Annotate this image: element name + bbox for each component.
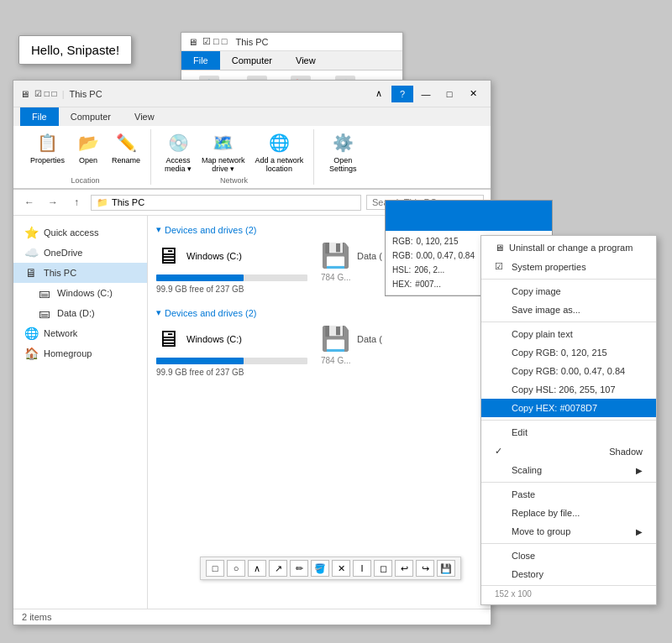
network-group-label: Network [220, 176, 248, 185]
sidebar-item-homegroup[interactable]: 🏠 Homegroup [13, 343, 147, 363]
section-2-chevron: ▾ [156, 307, 161, 318]
rgb-value: 0, 120, 215 [416, 234, 458, 248]
drive-bar-c [156, 274, 244, 281]
tool-ellipse[interactable]: ○ [227, 560, 245, 577]
rgb-float-value: 0.00, 0.47, 0.84 [416, 248, 475, 263]
sidebar-item-windows-c[interactable]: 🖴 Windows (C:) [13, 283, 147, 303]
ctx-copy-hex[interactable]: Copy HEX: #0078D7 [481, 399, 656, 417]
ribbon-tabs[interactable]: File Computer View [13, 107, 491, 126]
tool-blur[interactable]: ◻ [374, 560, 392, 577]
ghost-tab-file[interactable]: File [181, 51, 220, 70]
ribbon-map-network-drive[interactable]: 🗺️ Map networkdrive ▾ [198, 129, 249, 175]
ctx-uninstall[interactable]: 🖥 Uninstall or change a program [481, 238, 656, 257]
drive-item-windows-c[interactable]: 🖥 Windows (C:) 99.9 GB free of 237 GB [156, 242, 307, 294]
access-media-label: Accessmedia ▾ [165, 156, 192, 173]
titlebar-monitor-icon: 🖥 [20, 89, 29, 99]
rename-icon: ✏️ [114, 131, 138, 154]
ctx-system-properties[interactable]: ☑ System properties [481, 257, 656, 276]
ghost-ribbon-tabs[interactable]: File Computer View [181, 51, 402, 71]
ctx-shadow-check: ✓ [495, 446, 508, 457]
ribbon-properties[interactable]: 📋 Properties [27, 129, 68, 166]
tool-save[interactable]: 💾 [437, 560, 455, 577]
uninstall-icon: 🖥 [495, 243, 504, 253]
maximize-button[interactable]: □ [438, 86, 460, 102]
forward-button[interactable]: → [44, 193, 62, 212]
drive-item-data-d-2[interactable]: 💾 Data ( 784 G... [321, 325, 472, 377]
ctx-copy-rgb-float[interactable]: Copy RGB: 0.00, 0.47, 0.84 [481, 362, 656, 380]
hex-value: #007... [415, 277, 441, 291]
scaling-arrow-icon: ▶ [636, 466, 643, 475]
tool-arrow[interactable]: ∧ [248, 560, 266, 577]
ribbon-add-network-location[interactable]: 🌐 Add a networklocation [252, 129, 307, 175]
network-location-label: Add a networklocation [255, 156, 304, 173]
tool-cross[interactable]: ✕ [332, 560, 350, 577]
ctx-destory[interactable]: Destory [481, 565, 656, 583]
ctx-replace-by-file[interactable]: Replace by file... [481, 504, 656, 522]
ghost-tab-view[interactable]: View [284, 51, 328, 70]
ctx-destory-label: Destory [512, 569, 543, 579]
sidebar-item-network[interactable]: 🌐 Network [13, 323, 147, 343]
ribbon-open-settings[interactable]: ⚙️ OpenSettings [326, 129, 360, 175]
sidebar-item-this-pc[interactable]: 🖥 This PC [13, 263, 147, 283]
hsl-value: 206, 2... [414, 263, 444, 277]
ctx-edit[interactable]: Edit [481, 423, 656, 442]
drive-icon-data-d-2: 💾 [321, 325, 350, 353]
sidebar-item-data-d[interactable]: 🖴 Data (D:) [13, 303, 147, 323]
ctx-uninstall-label: Uninstall or change a program [509, 243, 643, 253]
ctx-paste[interactable]: Paste [481, 485, 656, 504]
ghost-titlebar: 🖥 ☑ □ □ This PC [181, 33, 402, 51]
ctx-copy-rgb[interactable]: Copy RGB: 0, 120, 215 [481, 343, 656, 362]
help-button[interactable]: ? [391, 86, 413, 102]
section-1-title: Devices and drives (2) [165, 225, 256, 235]
section-2-title: Devices and drives (2) [165, 308, 256, 318]
address-box[interactable]: 📁 This PC [91, 195, 361, 211]
ctx-move-to-group[interactable]: Move to group ▶ [481, 522, 656, 541]
ribbon-rename[interactable]: ✏️ Rename [108, 129, 144, 166]
ghost-quick-icons: ☑ □ □ [202, 36, 227, 47]
ctx-sep-1 [481, 279, 656, 280]
ghost-tab-computer[interactable]: Computer [220, 51, 284, 70]
sidebar-this-pc-label: This PC [44, 268, 76, 278]
ctx-copy-plain-text[interactable]: Copy plain text [481, 325, 656, 343]
ctx-save-image[interactable]: Save image as... [481, 301, 656, 319]
tool-redo[interactable]: ↪ [416, 560, 434, 577]
ghost-title: This PC [235, 37, 268, 47]
sidebar-item-onedrive[interactable]: ☁️ OneDrive [13, 243, 147, 263]
ctx-shadow[interactable]: ✓ Shadow [481, 442, 656, 461]
item-count: 2 items [22, 612, 51, 622]
ctx-copy-hsl-label: Copy HSL: 206, 255, 107 [512, 384, 616, 395]
ctx-copy-hsl[interactable]: Copy HSL: 206, 255, 107 [481, 380, 656, 399]
ctx-close[interactable]: Close [481, 546, 656, 565]
tool-fill[interactable]: 🪣 [311, 560, 329, 577]
open-label: Open [79, 156, 97, 165]
tool-pencil[interactable]: ✏ [290, 560, 308, 577]
minimize-button[interactable]: — [415, 86, 437, 102]
homegroup-icon: 🏠 [24, 347, 39, 360]
tool-undo[interactable]: ↩ [395, 560, 413, 577]
ctx-sep-2 [481, 322, 656, 322]
ctx-system-properties-label: System properties [512, 262, 643, 272]
rgb-label: RGB: [392, 234, 412, 248]
tool-text[interactable]: I [353, 560, 371, 577]
sidebar-item-quick-access[interactable]: ⭐ Quick access [13, 222, 147, 243]
main-window: 🖥 ☑ □ □ | This PC ∧ ? — □ ✕ File Compute… [13, 80, 491, 625]
up-button[interactable]: ↑ [67, 193, 86, 212]
tab-computer[interactable]: Computer [59, 107, 123, 126]
tab-file[interactable]: File [20, 107, 59, 126]
collapse-button[interactable]: ∧ [368, 86, 390, 102]
tab-view[interactable]: View [123, 107, 166, 126]
close-button[interactable]: ✕ [462, 86, 484, 102]
rgb-float-label: RGB: [392, 248, 412, 263]
ribbon-open[interactable]: 📂 Open [71, 129, 105, 166]
back-button[interactable]: ← [20, 193, 39, 212]
titlebar-controls[interactable]: ∧ ? — □ ✕ [368, 86, 484, 102]
tool-rect[interactable]: □ [206, 560, 224, 577]
drive-item-windows-c-2[interactable]: 🖥 Windows (C:) 99.9 GB free of 237 GB [156, 325, 307, 377]
ctx-copy-image[interactable]: Copy image [481, 282, 656, 301]
tool-line-arrow[interactable]: ↗ [269, 560, 287, 577]
ctx-scaling[interactable]: Scaling ▶ [481, 461, 656, 479]
drive-header-windows-c: 🖥 Windows (C:) [156, 242, 307, 269]
sidebar-quick-access-label: Quick access [44, 227, 98, 238]
ribbon-access-media[interactable]: 💿 Accessmedia ▾ [161, 129, 195, 175]
drive-header-data-d-2: 💾 Data ( [321, 325, 472, 353]
